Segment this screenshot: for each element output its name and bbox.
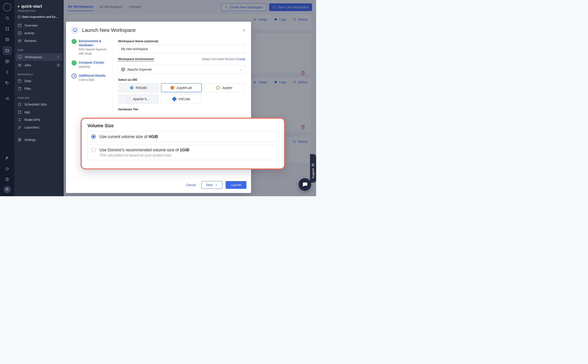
- sidebar-item-reviews[interactable]: Reviews: [14, 37, 64, 45]
- rail-help[interactable]: [3, 175, 12, 184]
- project-subtitle: integration-test: [18, 9, 60, 13]
- step-env-hardware[interactable]: ✓ Environment & Hardware ENV: Apache Sup…: [72, 39, 109, 55]
- svg-point-28: [19, 139, 20, 141]
- wrench-icon: [5, 156, 9, 160]
- sidebar-section-materials: MATERIALS: [14, 69, 64, 77]
- radio-unselected-icon: [91, 148, 96, 152]
- ide-rstudio[interactable]: RStudio: [118, 83, 159, 92]
- project-header: quick-start integration-test Data Acquis…: [14, 2, 64, 19]
- step-subtitle: ENV: Apache Superset: [79, 48, 109, 51]
- sidebar-item-files[interactable]: Files: [14, 85, 64, 92]
- sidebar-item-jobs[interactable]: Jobs +: [14, 61, 64, 69]
- step-additional-details[interactable]: 3 Additional Details Code & Data: [72, 73, 109, 82]
- radio-selected-icon: [91, 134, 96, 139]
- next-button[interactable]: Next: [201, 181, 222, 189]
- user-avatar[interactable]: IT: [4, 186, 11, 193]
- volume-size-callout: Volume Size Use current volume size of 4…: [81, 118, 285, 169]
- ide-label-text: VSCode: [178, 97, 190, 101]
- sidebar-item-model-apis[interactable]: Model APIs: [14, 116, 64, 124]
- plus-icon[interactable]: +: [56, 63, 60, 67]
- svg-rect-24: [18, 110, 19, 112]
- volume-option-sub: This calculation is based on your projec…: [99, 153, 189, 157]
- sidebar-item-app[interactable]: App: [14, 108, 64, 116]
- chat-button[interactable]: [299, 178, 311, 191]
- rail-tools[interactable]: [3, 153, 12, 162]
- svg-rect-26: [18, 112, 19, 114]
- step-compute-cluster[interactable]: ✓ Compute Cluster (optional): [72, 60, 109, 69]
- sidebar-launchers-label: Launchers: [24, 126, 39, 129]
- svg-rect-13: [18, 24, 21, 27]
- svg-point-17: [19, 65, 20, 66]
- ide-jupyterlab[interactable]: JupyterLab: [161, 83, 202, 92]
- ide-label-text: Apache S…: [133, 97, 150, 101]
- app-icon: [18, 110, 22, 114]
- workspace-env-value: Apache Superset: [127, 68, 152, 71]
- hardware-tier-row: Hardware Tier: [118, 108, 246, 111]
- jupyter-icon: [216, 86, 220, 90]
- sidebar-files-label: Files: [24, 87, 31, 91]
- support-tab[interactable]: Support: [310, 154, 316, 183]
- env-hint-text: Always Use Active Revision: [202, 58, 236, 61]
- close-button[interactable]: [242, 28, 246, 32]
- grid-icon: [5, 27, 9, 31]
- volume-option-recommended[interactable]: Use Domino's recommended volume size of …: [87, 145, 278, 160]
- workspace-env-select[interactable]: Apache Superset ⌄: [118, 65, 246, 74]
- sidebar-item-workspaces[interactable]: Workspaces ›: [16, 53, 62, 61]
- launch-button[interactable]: Launch: [226, 181, 246, 189]
- sidebar: quick-start integration-test Data Acquis…: [14, 0, 64, 196]
- rail-divider: [3, 91, 11, 91]
- svg-rect-27: [20, 112, 21, 114]
- project-title[interactable]: quick-start: [18, 4, 60, 9]
- rail-data[interactable]: [3, 35, 12, 44]
- sidebar-item-scheduled-jobs[interactable]: Scheduled Jobs: [14, 101, 64, 108]
- env-change-link[interactable]: Change: [236, 58, 246, 61]
- rail-transfer[interactable]: [3, 68, 12, 77]
- file-icon: [18, 87, 22, 91]
- ide-label: Select an IDE: [118, 78, 246, 81]
- eye-icon: [18, 39, 22, 43]
- rail-models[interactable]: [3, 57, 12, 66]
- ide-grid: RStudio JupyterLab Jupyter Apache S… VSC…: [118, 83, 246, 104]
- volume-option-current[interactable]: Use current volume size of 4GiB: [87, 131, 278, 142]
- svg-point-6: [6, 38, 9, 39]
- rail-notifications[interactable]: [3, 164, 12, 173]
- modal-title: Launch New Workspace: [82, 27, 136, 33]
- share-icon: [5, 97, 9, 101]
- ide-label-text: Jupyter: [222, 86, 232, 90]
- rail-apps[interactable]: [3, 24, 12, 33]
- svg-point-10: [8, 99, 9, 100]
- ide-vscode[interactable]: VSCode: [161, 95, 202, 104]
- sidebar-item-data[interactable]: Data: [14, 77, 64, 85]
- jupyterlab-icon: [170, 86, 174, 90]
- svg-line-1: [8, 19, 9, 20]
- step-title: Additional Details: [79, 73, 106, 78]
- sidebar-item-launchers[interactable]: Launchers: [14, 124, 64, 131]
- sidebar-item-settings[interactable]: Settings: [14, 136, 64, 144]
- swap-icon: [5, 70, 9, 74]
- sidebar-item-overview[interactable]: Overview: [14, 22, 64, 29]
- volume-option-text: Use Domino's recommended volume size of …: [99, 148, 189, 152]
- cancel-button[interactable]: Cancel: [184, 181, 199, 189]
- ide-jupyter[interactable]: Jupyter: [204, 83, 245, 92]
- step-subtitle: HW: Small: [79, 52, 109, 55]
- rail-projects[interactable]: [3, 46, 12, 55]
- chat-icon: [302, 182, 308, 187]
- activity-icon: [18, 31, 22, 35]
- modal-footer: Cancel Next Launch: [66, 178, 251, 193]
- workspace-name-row: Workspace Name (optional): [118, 39, 246, 53]
- rail-tags[interactable]: [3, 78, 12, 87]
- workspace-name-input[interactable]: [118, 45, 246, 53]
- logo-home[interactable]: [3, 3, 12, 12]
- database-icon: [18, 79, 22, 83]
- step-title: Compute Cluster: [79, 60, 104, 65]
- search-icon: [5, 16, 9, 20]
- project-breadcrumb[interactable]: Data Acquisition and Ex…: [18, 15, 60, 19]
- rail-share[interactable]: [3, 94, 12, 103]
- sidebar-item-activity[interactable]: Activity: [14, 29, 64, 37]
- rail-search[interactable]: [3, 13, 12, 23]
- workspace-env-label: Workspace Environment: [118, 57, 154, 61]
- ide-apache-superset[interactable]: Apache S…: [118, 95, 159, 104]
- sidebar-overview-label: Overview: [24, 24, 38, 27]
- sidebar-jobs-label: Jobs: [24, 63, 31, 67]
- sidebar-section-publish: PUBLISH: [14, 92, 64, 101]
